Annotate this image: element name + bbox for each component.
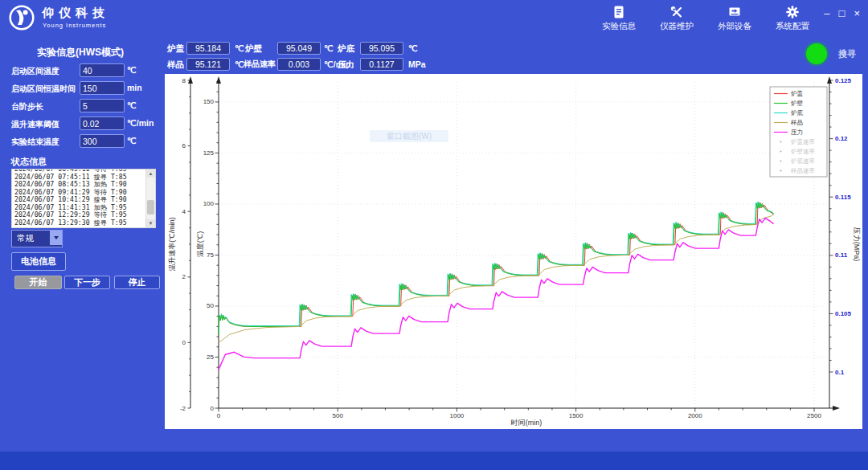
brand-logo-icon <box>8 4 35 31</box>
toolbar-system-config[interactable]: 系统配置 <box>770 4 815 32</box>
svg-text:2: 2 <box>182 273 186 280</box>
series-pressure <box>219 218 774 370</box>
panel-title: 实验信息(HWS模式) <box>0 46 161 59</box>
gear-icon <box>785 4 800 20</box>
furnace-wall-label: 炉壁 <box>245 42 262 55</box>
legend-item: 样品 <box>791 119 803 126</box>
svg-text:50: 50 <box>207 302 214 309</box>
sample-rate-value[interactable] <box>277 58 321 71</box>
battery-info-button[interactable]: 电池信息 <box>11 252 66 271</box>
furnace-lid-label: 炉盖 <box>167 42 184 55</box>
brand-subtitle: Young Instruments <box>43 22 106 29</box>
svg-text:4: 4 <box>182 208 186 215</box>
pressure-label: 压力 <box>338 58 354 71</box>
legend-item: 炉盖 <box>791 90 804 97</box>
series-sample <box>219 215 774 343</box>
unit: ℃ <box>324 42 334 55</box>
param-unit: ℃ <box>127 100 137 110</box>
svg-text:0.115: 0.115 <box>835 194 851 201</box>
svg-text:0.105: 0.105 <box>835 310 852 317</box>
scroll-thumb[interactable] <box>147 200 154 215</box>
toolbar-label: 外部设备 <box>718 21 751 32</box>
chart-panel: 86420-215012510075502500.1250.120.1150.1… <box>165 74 862 429</box>
legend-item: 炉底 <box>791 109 804 116</box>
legend-item: 炉底速率 <box>791 157 816 165</box>
pressure-value[interactable] <box>360 58 403 71</box>
start-zone-hold-time-input[interactable] <box>80 81 125 95</box>
svg-text:500: 500 <box>333 412 344 419</box>
start-zone-temp-input[interactable] <box>80 63 125 77</box>
main-toolbar: 实验信息 仪器维护 外部设备 系统配置 <box>596 4 815 32</box>
toolbar-label: 实验信息 <box>602 21 636 32</box>
svg-text:8: 8 <box>182 77 186 84</box>
mode-select-value: 常规 <box>17 233 34 244</box>
external-device-icon <box>727 4 742 20</box>
sample-label: 样品 <box>167 58 184 71</box>
end-temp-input[interactable] <box>80 134 125 148</box>
svg-text:时间(min): 时间(min) <box>511 419 542 427</box>
svg-text:100: 100 <box>203 200 215 207</box>
watermark-ghost: 窗口截图(W) <box>370 130 448 142</box>
param-label: 启动区间恒温时间 <box>11 84 76 95</box>
param-unit: ℃ <box>127 65 137 75</box>
mode-select[interactable]: 常规 <box>11 230 63 247</box>
svg-text:0: 0 <box>211 405 215 412</box>
temperature-pressure-chart: 86420-215012510075502500.1250.120.1150.1… <box>165 74 862 429</box>
title-bar: 仰仪科技 Young Instruments 实验信息 仪器维护 外部设备 系统… <box>0 0 868 36</box>
status-info-label: 状态信息 <box>11 156 47 168</box>
param-label: 实验结束温度 <box>11 137 59 148</box>
legend-item: 样品速率 <box>791 167 816 174</box>
rate-threshold-input[interactable] <box>80 116 125 130</box>
toolbar-label: 系统配置 <box>776 21 809 32</box>
furnace-lid-value[interactable] <box>186 42 230 55</box>
scroll-up-arrow[interactable]: ▲ <box>146 170 155 178</box>
furnace-bottom-value[interactable] <box>360 42 403 55</box>
svg-text:温升速率(℃/min): 温升速率(℃/min) <box>168 217 176 271</box>
svg-text:75: 75 <box>207 251 214 259</box>
chart-legend: 炉盖炉壁炉底样品压力炉盖速率炉壁速率炉底速率样品速率 <box>770 87 827 177</box>
param-unit: min <box>127 83 142 92</box>
log-row: 2024/06/07 13:29:30 搜寻 T:95 <box>14 219 155 227</box>
stop-button[interactable]: 停止 <box>114 276 160 289</box>
run-state-text: 搜寻 <box>838 48 856 60</box>
close-button[interactable]: × <box>854 7 860 20</box>
toolbar-external-devices[interactable]: 外部设备 <box>712 4 757 32</box>
furnace-wall-value[interactable] <box>277 42 321 55</box>
window-controls: – □ × <box>824 7 860 20</box>
sample-value[interactable] <box>186 58 230 71</box>
toolbar-experiment-info[interactable]: 实验信息 <box>596 4 641 32</box>
svg-text:2000: 2000 <box>688 412 702 419</box>
svg-text:150: 150 <box>203 98 215 105</box>
maximize-button[interactable]: □ <box>839 7 845 20</box>
step-size-input[interactable] <box>80 99 125 112</box>
legend-item: 炉盖速率 <box>791 138 816 145</box>
svg-text:0: 0 <box>182 339 186 346</box>
scroll-down-arrow[interactable]: ▼ <box>146 219 155 227</box>
log-scrollbar[interactable]: ▲ ▼ <box>145 170 155 227</box>
sample-rate-label: 样品速率 <box>244 58 276 71</box>
svg-text:0.11: 0.11 <box>835 251 848 259</box>
unit: ℃ <box>408 42 418 55</box>
svg-text:1500: 1500 <box>569 412 583 419</box>
start-button[interactable]: 开始 <box>14 276 62 289</box>
legend-item: 压力 <box>791 129 803 136</box>
svg-text:1000: 1000 <box>450 412 465 419</box>
document-icon <box>612 4 626 20</box>
legend-item: 炉壁速率 <box>791 148 816 155</box>
minimize-button[interactable]: – <box>824 7 829 20</box>
toolbar-instrument-maintenance[interactable]: 仪器维护 <box>654 4 699 32</box>
svg-text:2500: 2500 <box>807 412 821 419</box>
unit: MPa <box>408 58 426 71</box>
svg-text:0.1: 0.1 <box>835 369 845 376</box>
param-label: 温升速率阈值 <box>11 119 59 130</box>
footer-bar <box>0 452 868 470</box>
unit: ℃ <box>235 42 244 55</box>
svg-text:温度(℃): 温度(℃) <box>196 231 204 257</box>
log-rows: 2024/06/07 06:45:10 等待 T:852024/06/07 07… <box>12 169 155 227</box>
tools-icon <box>669 4 684 20</box>
next-step-button[interactable]: 下一步 <box>64 276 110 289</box>
svg-text:125: 125 <box>203 149 215 157</box>
legend-item: 炉壁 <box>791 100 804 107</box>
param-label: 启动区间温度 <box>11 66 59 77</box>
status-log-list[interactable]: 2024/06/07 06:45:10 等待 T:852024/06/07 07… <box>11 169 156 228</box>
